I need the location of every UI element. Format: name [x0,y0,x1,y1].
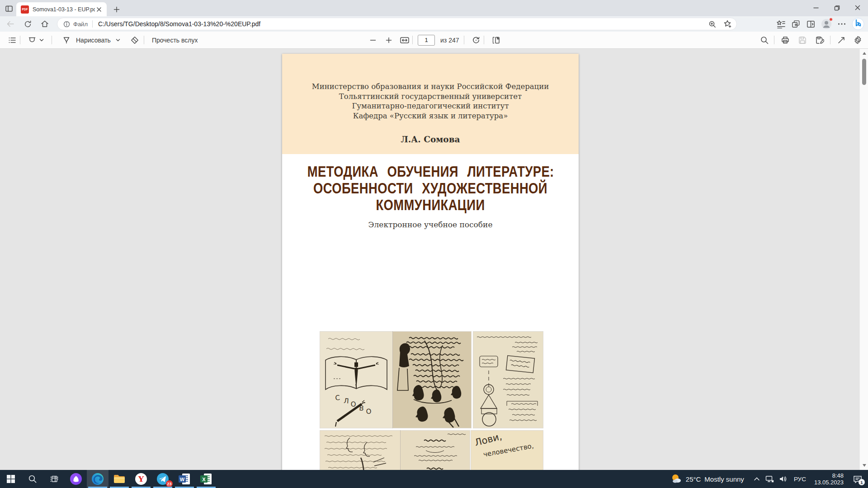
rotate-button[interactable] [469,32,483,48]
taskbar-word-button[interactable]: W [174,470,195,488]
university-line: Тольяттинский государственный университе… [282,92,579,102]
author-name: Л.А. Сомова [282,135,579,144]
page-number-field[interactable] [418,32,435,48]
minimize-icon [813,5,819,10]
minus-icon [369,37,377,44]
bing-discover-icon[interactable] [852,18,864,30]
word-icon: W [178,473,191,485]
add-favorite-icon[interactable] [723,19,732,28]
active-tab[interactable]: PDF Somova1-03-13 - EUP.pdf [16,2,107,16]
zoom-page-icon[interactable] [708,20,717,28]
window-close-button[interactable] [847,0,868,15]
zoom-in-button[interactable] [382,32,396,48]
task-view-icon [50,474,59,483]
window-restore-button[interactable] [826,0,847,15]
weather-sun-cloud-icon [670,473,682,485]
divider [412,36,413,44]
taskbar-yandex-button[interactable]: Y [130,470,152,488]
taskbar-weather-widget[interactable]: 25°C Mostly sunny [670,473,749,485]
gear-icon [853,35,863,45]
address-bar-right-icons [776,18,864,30]
divider [830,36,830,44]
more-options-icon[interactable] [837,19,846,28]
taskbar-edge-button[interactable] [87,470,108,488]
favorites-bar-icon[interactable] [776,19,786,29]
save-button[interactable] [796,32,809,48]
zoom-out-button[interactable] [366,32,380,48]
eraser-icon [130,36,139,45]
page-view-button[interactable] [489,32,503,48]
page-view-icon [491,36,500,45]
edge-icon [91,473,104,485]
highlight-button[interactable] [25,32,39,48]
expand-button[interactable] [835,32,848,48]
alice-assistant-button[interactable] [65,470,87,488]
task-view-button[interactable] [43,470,65,488]
scroll-down-button[interactable] [860,462,868,469]
taskbar-clock[interactable]: 8:48 13.05.2023 [812,472,845,486]
hidden-icons-chevron[interactable] [753,475,760,483]
collections-icon[interactable] [791,19,801,29]
new-tab-button[interactable] [111,4,122,15]
slovo-letter: Л [344,397,349,405]
printer-icon [781,36,790,45]
divider [52,36,52,44]
volume-icon[interactable] [778,474,788,483]
scroll-down-icon [863,464,866,467]
taskbar-search-button[interactable] [22,470,43,488]
book-subtitle: Электронное учебное пособие [282,220,579,229]
taskbar-telegram-button[interactable]: 23 [152,470,174,488]
language-indicator[interactable]: РУС [792,476,808,483]
taskbar-excel-button[interactable]: X [195,470,217,488]
tab-title: Somova1-03-13 - EUP.pdf [33,6,95,13]
manuscript-image-3 [473,332,543,428]
book-title: МЕТОДИКА ОБУЧЕНИЯ ЛИТЕРАТУРЕ: ОСОБЕННОСТ… [282,163,579,213]
search-document-button[interactable] [758,32,771,48]
page-number-input[interactable] [418,35,435,46]
file-explorer-icon [113,473,126,485]
save-as-button[interactable] [813,32,826,48]
weather-temperature: 25°C [686,475,701,483]
split-screen-icon[interactable] [806,19,816,29]
scrollbar-thumb[interactable] [862,59,866,85]
manuscript-image-5 [401,431,470,470]
network-icon[interactable] [765,474,774,483]
draw-dropdown[interactable] [115,32,121,48]
start-button[interactable] [0,470,22,488]
pdf-settings-button[interactable] [851,32,864,48]
refresh-button[interactable] [21,17,34,31]
tab-close-button[interactable] [95,5,103,14]
erase-button[interactable] [128,32,142,48]
divider [774,36,774,44]
telegram-unread-badge: 23 [166,480,173,487]
system-tray: 25°C Mostly sunny РУС 8:48 13.05.2023 1 [670,470,865,488]
url-field[interactable]: Файл C:/Users/TG/Desktop/8/Somova1-03-13… [57,18,737,30]
vertical-scrollbar[interactable] [859,49,868,470]
clock-date: 13.05.2023 [814,479,844,486]
divider [92,20,93,28]
save-icon [798,36,807,45]
draw-button[interactable]: Нарисовать [60,32,111,48]
print-button[interactable] [778,32,792,48]
scroll-up-button[interactable] [860,50,868,57]
action-center-button[interactable]: 1 [850,470,865,488]
cover-main-section: МЕТОДИКА ОБУЧЕНИЯ ЛИТЕРАТУРЕ: ОСОБЕННОСТ… [282,154,579,470]
back-button[interactable] [4,17,17,31]
notification-count-badge: 1 [859,479,865,485]
cover-top-band: Министерство образования и науки Российс… [282,54,579,154]
fit-to-width-button[interactable] [398,32,411,48]
toc-button[interactable] [5,32,19,48]
pdf-viewer-area[interactable]: Министерство образования и науки Российс… [0,49,868,470]
expand-icon [837,36,846,45]
home-button[interactable] [38,17,52,31]
window-minimize-button[interactable] [806,0,826,15]
highlight-dropdown[interactable] [39,32,44,48]
page-count: из 247 [440,32,459,48]
tab-actions-menu-button[interactable] [4,3,14,14]
url-text: C:/Users/TG/Desktop/8/Somova1-03-13%20-%… [98,20,708,28]
read-aloud-button[interactable]: Прочесть вслух [152,32,198,48]
draw-label: Нарисовать [76,37,111,44]
profile-button[interactable] [821,19,832,29]
chevron-down-icon [115,38,121,43]
taskbar-explorer-button[interactable] [108,470,130,488]
